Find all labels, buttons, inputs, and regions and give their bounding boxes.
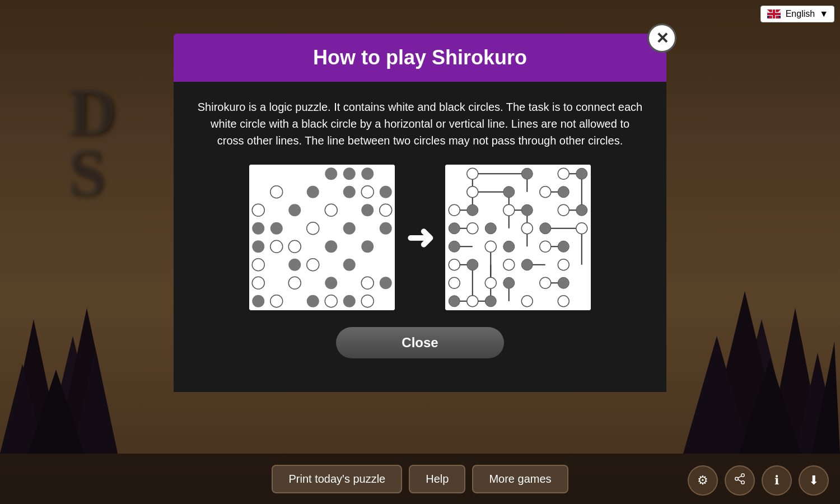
- modal: How to play Shirokuro ✕ Shirokuro is a l…: [174, 34, 666, 392]
- share-button[interactable]: [725, 465, 755, 496]
- download-icon: ⬇: [809, 473, 819, 488]
- modal-description: Shirokuro is a logic puzzle. It contains…: [196, 99, 644, 149]
- help-button[interactable]: Help: [409, 465, 465, 493]
- svg-point-26: [741, 481, 745, 484]
- arrow-icon: ➜: [406, 218, 434, 257]
- share-icon: [734, 473, 746, 488]
- svg-line-28: [738, 476, 741, 478]
- settings-icon: ⚙: [697, 473, 708, 488]
- settings-button[interactable]: ⚙: [688, 465, 718, 496]
- svg-rect-23: [767, 13, 781, 15]
- download-button[interactable]: ⬇: [799, 465, 829, 496]
- modal-footer: Close: [196, 327, 644, 375]
- info-icon: ℹ: [774, 473, 779, 488]
- close-button[interactable]: Close: [336, 327, 504, 358]
- bottom-icons: ⚙ ℹ ⬇: [688, 465, 829, 496]
- modal-title: How to play Shirokuro: [313, 46, 527, 69]
- more-games-button[interactable]: More games: [472, 465, 568, 493]
- modal-header: How to play Shirokuro ✕: [174, 34, 666, 82]
- info-button[interactable]: ℹ: [762, 465, 792, 496]
- print-button[interactable]: Print today's puzzle: [272, 465, 402, 493]
- puzzle-after: [445, 165, 591, 310]
- bottom-bar: Print today's puzzle Help More games ⚙ ℹ…: [0, 454, 840, 504]
- flag-icon: [767, 10, 781, 18]
- modal-body: Shirokuro is a logic puzzle. It contains…: [174, 82, 666, 392]
- svg-line-27: [738, 479, 741, 482]
- diagrams-row: ➜: [196, 165, 644, 310]
- svg-point-24: [741, 474, 745, 477]
- lang-label: English: [786, 9, 815, 19]
- lang-dropdown-icon: ▼: [819, 9, 828, 19]
- puzzle-before: [249, 165, 395, 310]
- language-selector[interactable]: English ▼: [760, 6, 834, 22]
- close-x-button[interactable]: ✕: [647, 24, 676, 53]
- svg-point-25: [735, 477, 739, 480]
